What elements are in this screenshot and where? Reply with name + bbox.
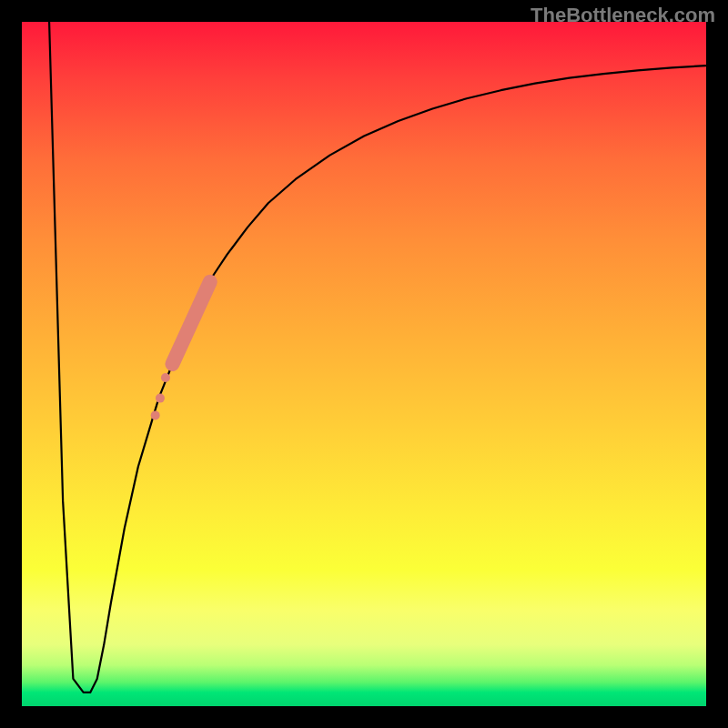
curve-line: [49, 22, 706, 693]
watermark-text: TheBottleneck.com: [531, 4, 715, 27]
plot-area: [22, 22, 706, 706]
marker-dot: [156, 394, 165, 403]
marker-dots: [151, 373, 170, 420]
chart-svg: [22, 22, 706, 706]
marker-dot: [151, 410, 160, 420]
marker-thick-segment: [172, 282, 209, 364]
marker-dot: [161, 373, 170, 382]
chart-container: TheBottleneck.com: [0, 0, 728, 728]
